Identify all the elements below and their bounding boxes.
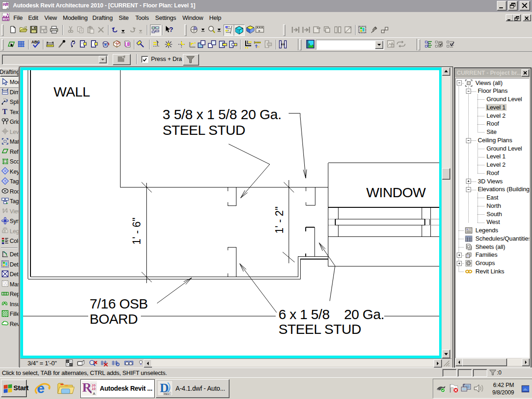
svg-text:BOARD: BOARD — [90, 311, 138, 326]
svg-text:6 x 1 5/8 20 Ga.: 6 x 1 5/8 20 Ga. — [278, 307, 384, 322]
svg-text:WALL: WALL — [54, 84, 90, 99]
svg-text:3 5/8 x 1 5/8 20 Ga.: 3 5/8 x 1 5/8 20 Ga. — [163, 107, 282, 122]
svg-text::0: :0 — [497, 369, 502, 376]
svg-text:10: 10 — [6, 4, 9, 6]
svg-text:WINDOW: WINDOW — [366, 185, 426, 200]
svg-text:STEEL STUD: STEEL STUD — [278, 321, 361, 337]
svg-text:T: T — [2, 108, 7, 115]
svg-text:7/16 OSB: 7/16 OSB — [90, 296, 148, 311]
svg-text:10: 10 — [92, 387, 96, 391]
svg-text:STEEL STUD: STEEL STUD — [163, 122, 245, 138]
svg-text:1: 1 — [5, 180, 6, 183]
svg-text:+: + — [6, 202, 8, 205]
svg-text:?: ? — [169, 25, 173, 33]
svg-text:1' - 6": 1' - 6" — [131, 218, 143, 245]
svg-text:1' - 2": 1' - 2" — [273, 206, 285, 234]
svg-text:T: T — [5, 170, 6, 173]
svg-text:A: A — [6, 7, 8, 10]
svg-text:e: e — [37, 381, 45, 396]
svg-text:A: A — [93, 392, 96, 396]
svg-text:H: H — [257, 45, 260, 48]
svg-text:REV: REV — [164, 392, 169, 395]
